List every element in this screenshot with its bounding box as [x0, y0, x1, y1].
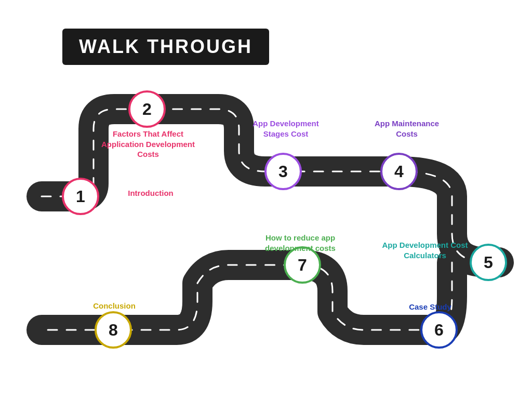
step-circle-6: 6: [420, 311, 458, 349]
step-circle-3: 3: [264, 153, 302, 190]
step-label-3: App Development Stages Cost: [249, 118, 322, 139]
step-circle-2: 2: [128, 90, 166, 128]
step-label-7: How to reduce app development costs: [248, 233, 352, 253]
step-label-5: App Development Cost Calculators: [378, 240, 472, 260]
step-label-6: Case Study: [394, 302, 467, 312]
step-circle-5: 5: [470, 244, 507, 281]
step-label-4: App Maintenance Costs: [373, 118, 441, 139]
step-label-8: Conclusion: [81, 301, 148, 311]
step-circle-8: 8: [95, 311, 132, 349]
step-circle-4: 4: [380, 153, 418, 190]
step-circle-1: 1: [62, 178, 99, 215]
step-label-2: Factors That Affect Application Developm…: [91, 129, 205, 159]
step-label-1: Introduction: [114, 188, 187, 198]
page-title: WALK THROUGH: [62, 29, 269, 65]
